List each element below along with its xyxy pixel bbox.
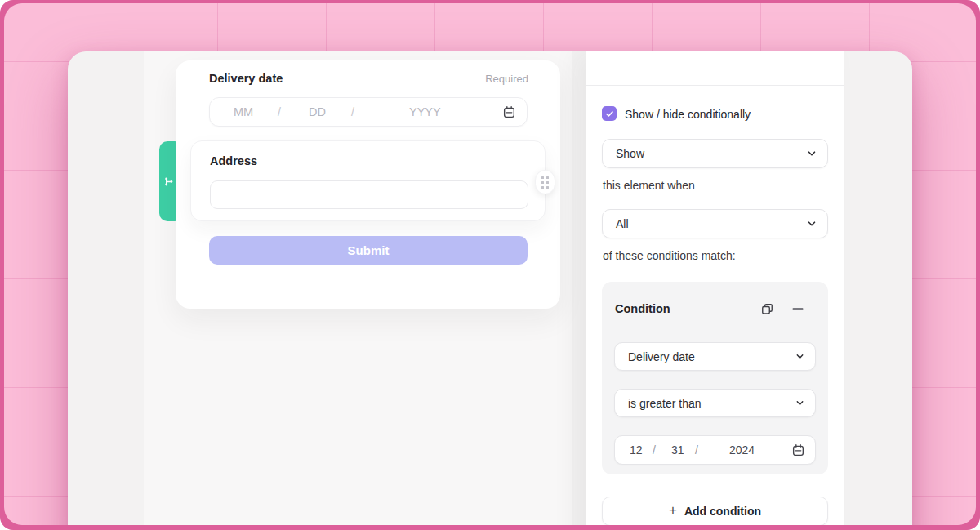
submit-button[interactable]: Submit — [209, 236, 528, 265]
day-segment[interactable]: DD — [309, 105, 326, 118]
date-separator: / — [695, 443, 698, 457]
address-label: Address — [210, 154, 257, 167]
condition-date-input[interactable]: 12 / 31 / 2024 — [614, 435, 816, 465]
grid-background: Delivery date Required MM / DD / YYYY — [4, 3, 976, 525]
chevron-down-icon — [795, 352, 804, 361]
date-separator: / — [653, 443, 656, 457]
settings-panel: Show / hide conditionally Show this elem… — [586, 51, 844, 525]
conditions-match-text: of these conditions match: — [603, 249, 736, 262]
chevron-down-icon — [807, 219, 817, 229]
address-input[interactable] — [210, 180, 528, 209]
calendar-icon[interactable] — [501, 105, 516, 119]
condition-operator-select[interactable]: is greater than — [614, 389, 816, 417]
condition-month-value[interactable]: 12 — [630, 443, 643, 457]
chevron-down-icon — [807, 149, 817, 158]
delivery-date-input[interactable]: MM / DD / YYYY — [209, 97, 528, 127]
form-preview-card: Delivery date Required MM / DD / YYYY — [176, 60, 560, 309]
show-hide-label: Show / hide conditionally — [625, 108, 751, 121]
duplicate-condition-button[interactable] — [758, 300, 776, 318]
condition-title: Condition — [615, 302, 670, 315]
screen-frame: Delivery date Required MM / DD / YYYY — [0, 0, 980, 530]
address-field-card[interactable]: Address — [190, 140, 546, 221]
year-segment[interactable]: YYYY — [409, 105, 441, 118]
date-separator: / — [351, 105, 354, 118]
date-separator: / — [278, 105, 281, 118]
condition-field-select[interactable]: Delivery date — [614, 342, 816, 371]
branch-icon — [163, 176, 174, 187]
plus-icon: + — [669, 502, 677, 519]
panel-divider — [586, 85, 844, 86]
condition-year-value[interactable]: 2024 — [729, 443, 755, 457]
when-text: this element when — [603, 179, 695, 192]
visibility-select-value: Show — [616, 147, 644, 160]
drag-handle[interactable] — [535, 170, 555, 194]
conditional-logic-tab[interactable] — [159, 141, 177, 221]
drag-dots-icon — [541, 176, 549, 189]
condition-operator-value: is greater than — [628, 397, 702, 410]
chevron-down-icon — [795, 399, 804, 408]
required-badge: Required — [485, 73, 528, 85]
app-window: Delivery date Required MM / DD / YYYY — [68, 51, 912, 525]
add-condition-label: Add condition — [684, 505, 761, 518]
month-segment[interactable]: MM — [234, 105, 253, 118]
condition-card: Condition Delivery date — [602, 282, 828, 474]
show-hide-checkbox[interactable] — [602, 106, 617, 121]
condition-day-value[interactable]: 31 — [671, 443, 684, 457]
condition-field-value: Delivery date — [628, 350, 695, 363]
visibility-select[interactable]: Show — [602, 139, 828, 168]
calendar-icon[interactable] — [791, 443, 805, 457]
remove-condition-button[interactable] — [789, 300, 807, 318]
match-select-value: All — [616, 217, 629, 230]
match-select[interactable]: All — [602, 209, 828, 238]
check-icon — [605, 109, 614, 118]
delivery-date-label: Delivery date — [209, 72, 283, 85]
add-condition-button[interactable]: + Add condition — [602, 497, 828, 525]
